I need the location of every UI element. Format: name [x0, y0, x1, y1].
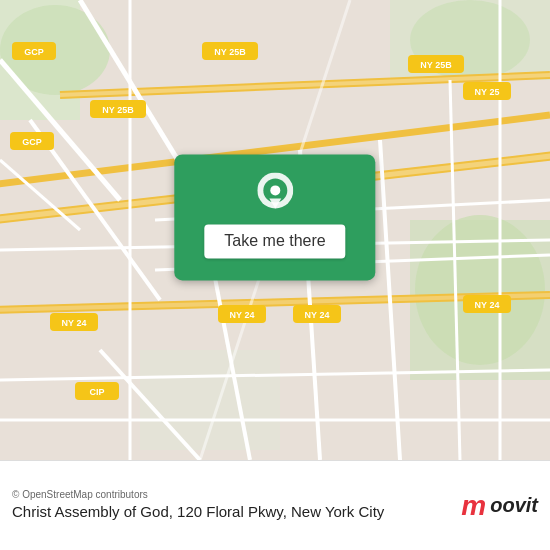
svg-text:NY 25B: NY 25B — [420, 60, 452, 70]
svg-text:NY 24: NY 24 — [62, 318, 87, 328]
svg-text:CIP: CIP — [89, 387, 104, 397]
svg-text:NY 24: NY 24 — [475, 300, 500, 310]
svg-rect-7 — [140, 350, 280, 450]
svg-text:GCP: GCP — [22, 137, 42, 147]
map-view: GCP GCP NY 25B NY 25B NY 25B NY 25 NY 24… — [0, 0, 550, 460]
info-bar: © OpenStreetMap contributors Christ Asse… — [0, 460, 550, 550]
svg-text:NY 25B: NY 25B — [214, 47, 246, 57]
svg-text:GCP: GCP — [24, 47, 44, 57]
svg-point-56 — [270, 185, 280, 195]
svg-text:NY 24: NY 24 — [305, 310, 330, 320]
location-pin-icon — [257, 172, 293, 216]
moovit-logo: m oovit — [461, 492, 538, 520]
svg-text:NY 24: NY 24 — [230, 310, 255, 320]
moovit-wordmark: oovit — [490, 494, 538, 517]
moovit-m-letter: m — [461, 492, 486, 520]
osm-credit: © OpenStreetMap contributors — [12, 489, 451, 500]
location-name: Christ Assembly of God, 120 Floral Pkwy,… — [12, 502, 451, 522]
location-info: © OpenStreetMap contributors Christ Asse… — [12, 489, 451, 522]
take-me-there-button[interactable]: Take me there — [204, 224, 345, 258]
navigation-button-overlay: Take me there — [174, 154, 375, 280]
green-card: Take me there — [174, 154, 375, 280]
svg-point-6 — [415, 215, 545, 365]
svg-text:NY 25B: NY 25B — [102, 105, 134, 115]
svg-text:NY 25: NY 25 — [475, 87, 500, 97]
